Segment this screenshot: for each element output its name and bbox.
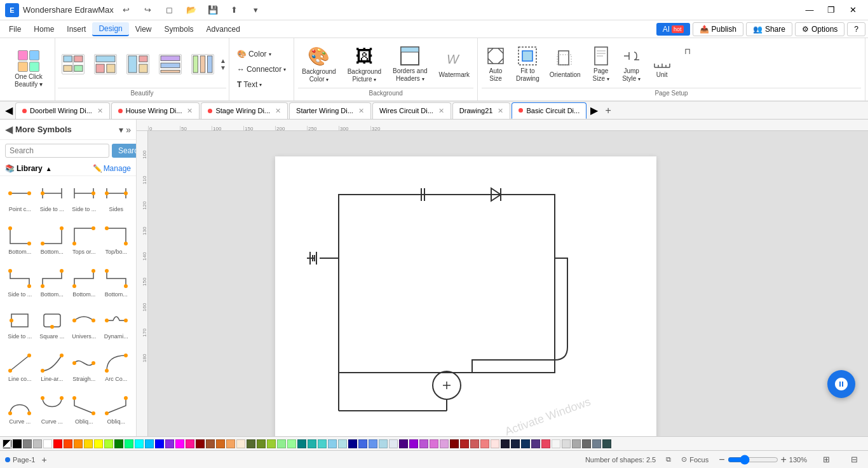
- menu-home[interactable]: Home: [27, 22, 60, 36]
- shape-obliq-1[interactable]: Obliq...: [69, 392, 99, 432]
- color-olivedrab[interactable]: [257, 439, 266, 448]
- color-purple2[interactable]: [531, 439, 540, 448]
- shape-obliq-2[interactable]: Obliq...: [102, 392, 132, 432]
- shape-curve-2[interactable]: Curve ...: [37, 392, 67, 432]
- chatbot-button[interactable]: [827, 370, 855, 398]
- color-orange[interactable]: [74, 439, 83, 448]
- fit-to-drawing-button[interactable]: Fit toDrawing: [512, 43, 543, 85]
- sidebar-collapse-icon[interactable]: »: [126, 125, 131, 135]
- open-button[interactable]: 📂: [182, 3, 200, 18]
- color-gainsboro[interactable]: [562, 439, 571, 448]
- manage-button[interactable]: ✏️ Manage: [93, 164, 131, 173]
- color-springgreen[interactable]: [125, 439, 133, 448]
- shape-univers[interactable]: Univers...: [69, 307, 99, 347]
- jump-style-button[interactable]: JumpStyle ▾: [618, 43, 646, 85]
- sidebar-back-arrow[interactable]: ◀: [5, 123, 13, 135]
- layout-btn-4[interactable]: [155, 52, 186, 77]
- color-sienna[interactable]: [206, 439, 215, 448]
- ai-button[interactable]: AI hot: [656, 23, 690, 36]
- color-lightslate[interactable]: [389, 439, 398, 448]
- tab-close-starter[interactable]: ✕: [358, 107, 364, 115]
- shape-tops[interactable]: Tops or...: [69, 223, 99, 263]
- shape-bottom-5[interactable]: Bottom...: [102, 265, 132, 305]
- new-button[interactable]: ◻: [161, 3, 179, 18]
- fit-window-button[interactable]: ⊞: [817, 452, 835, 467]
- color-red[interactable]: [53, 439, 62, 448]
- color-medturquoise[interactable]: [318, 439, 327, 448]
- color-royalblue[interactable]: [358, 439, 367, 448]
- color-indigo[interactable]: [399, 439, 408, 448]
- color-orchid[interactable]: [430, 439, 438, 448]
- redo-button[interactable]: ↪: [139, 3, 157, 18]
- shape-topbo[interactable]: Top/bo...: [102, 223, 132, 263]
- export-button[interactable]: ⬆: [226, 3, 243, 18]
- tab-close-stage[interactable]: ✕: [275, 107, 281, 115]
- zoom-slider[interactable]: [728, 455, 778, 465]
- color-dropdown-btn[interactable]: 🎨 Color ▾: [233, 48, 290, 60]
- color-whitesmoke[interactable]: [552, 439, 560, 448]
- color-skyblue[interactable]: [328, 439, 337, 448]
- more-button[interactable]: ▾: [247, 3, 265, 18]
- color-darkred[interactable]: [196, 439, 205, 448]
- shape-sides[interactable]: Sides: [102, 180, 132, 220]
- borders-headers-button[interactable]: Borders andHeaders ▾: [389, 43, 431, 85]
- save-button[interactable]: 💾: [204, 3, 222, 18]
- page-size-button[interactable]: PageSize ▾: [587, 43, 615, 85]
- shape-line-co[interactable]: Line co...: [5, 350, 35, 390]
- tab-nav-left[interactable]: ◀: [3, 103, 15, 118]
- background-color-button[interactable]: 🎨 BackgroundColor ▾: [298, 43, 339, 86]
- color-powderblue[interactable]: [338, 439, 347, 448]
- color-navydark[interactable]: [501, 439, 510, 448]
- color-swatch-special[interactable]: [3, 439, 11, 448]
- undo-button[interactable]: ↩: [118, 3, 135, 18]
- shape-line-ar[interactable]: Line-ar...: [37, 350, 67, 390]
- color-deeppink[interactable]: [186, 439, 194, 448]
- canvas-page[interactable]: Activate Windows: [275, 156, 656, 436]
- close-button[interactable]: ✕: [843, 3, 863, 17]
- tab-nav-right[interactable]: ▶: [588, 103, 600, 118]
- shape-side-to[interactable]: Side to ...: [37, 180, 67, 220]
- color-black[interactable]: [13, 439, 22, 448]
- tab-drawing21[interactable]: Drawing21 ✕: [452, 102, 511, 119]
- tab-close-drawing21[interactable]: ✕: [498, 107, 503, 115]
- auto-size-button[interactable]: AutoSize: [482, 43, 510, 85]
- publish-button[interactable]: 📤 Publish: [693, 22, 743, 36]
- color-blueviolet[interactable]: [165, 439, 174, 448]
- connector-dropdown-btn[interactable]: ↔ Connector ▾: [233, 64, 290, 75]
- layout-expand[interactable]: ▲ ▼: [220, 57, 226, 71]
- color-medorchid[interactable]: [419, 439, 428, 448]
- watermark-button[interactable]: W Watermark: [435, 47, 474, 81]
- shape-arc-co[interactable]: Arc Co...: [102, 350, 132, 390]
- color-maroon[interactable]: [450, 439, 459, 448]
- share-button[interactable]: 👥 Share: [746, 22, 792, 36]
- color-yellowgreen[interactable]: [267, 439, 276, 448]
- canvas-content[interactable]: Activate Windows: [148, 131, 868, 436]
- tab-close-doorbell[interactable]: ✕: [97, 107, 103, 115]
- tab-wires[interactable]: Wires Circuit Di... ✕: [372, 102, 451, 119]
- color-lightblue[interactable]: [379, 439, 388, 448]
- color-green[interactable]: [114, 439, 123, 448]
- menu-design[interactable]: Design: [92, 22, 128, 36]
- sidebar-more-icon[interactable]: ▾: [119, 125, 123, 135]
- color-dimgray[interactable]: [582, 439, 591, 448]
- color-magenta[interactable]: [175, 439, 184, 448]
- shape-dynami[interactable]: Dynami...: [102, 307, 132, 347]
- shape-curve-1[interactable]: Curve ...: [5, 392, 35, 432]
- color-darkslategray[interactable]: [602, 439, 611, 448]
- color-palegreen[interactable]: [287, 439, 296, 448]
- color-darkgray[interactable]: [572, 439, 581, 448]
- color-rose[interactable]: [541, 439, 550, 448]
- color-gray[interactable]: [23, 439, 32, 448]
- unit-button[interactable]: Unit: [648, 47, 676, 81]
- color-cyan[interactable]: [135, 439, 144, 448]
- color-plum[interactable]: [440, 439, 449, 448]
- add-page-button[interactable]: +: [37, 453, 50, 466]
- color-slategray[interactable]: [592, 439, 601, 448]
- color-yellow[interactable]: [94, 439, 103, 448]
- color-navy3[interactable]: [521, 439, 530, 448]
- color-deepskyblue[interactable]: [145, 439, 154, 448]
- tab-house[interactable]: House Wiring Di... ✕: [111, 102, 200, 119]
- search-button[interactable]: Search: [112, 144, 137, 158]
- shape-point-c[interactable]: Point c...: [5, 180, 35, 220]
- color-white[interactable]: [43, 439, 52, 448]
